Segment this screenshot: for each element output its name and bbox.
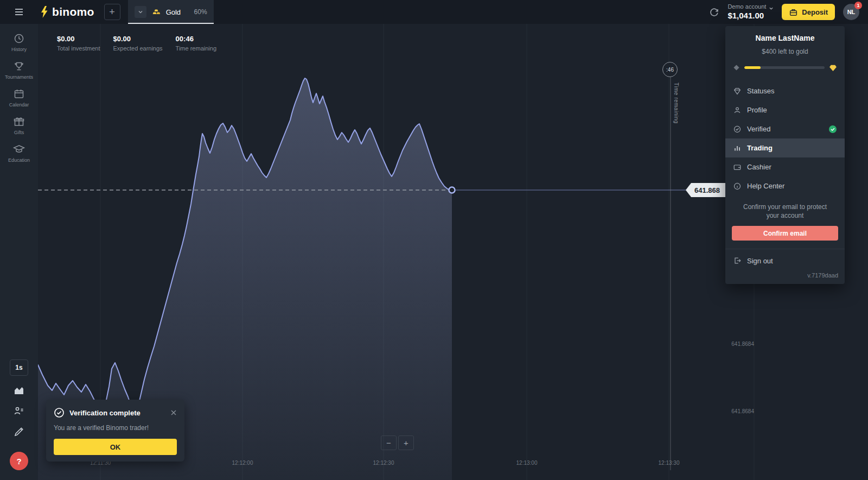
zoom-in-button[interactable]: + [398,435,414,450]
stat-label: Time remaining [176,45,216,52]
x-axis-label: 12:13:30 [659,460,680,466]
trade-stats: $0.00 Total investment $0.00 Expected ea… [57,35,216,52]
menu-item-label: Help Center [747,182,784,190]
stat-value: $0.00 [57,35,100,43]
x-axis-label: 12:13:00 [516,460,538,466]
y-axis-label: 641.8684 [729,341,754,347]
toast-title: Verification complete [69,409,165,417]
account-menu-list: Statuses Profile Verified [725,81,845,195]
time-remaining-axis-label: Time remaining [673,83,679,124]
drawing-button[interactable] [10,424,28,440]
expiry-timer-badge: :46 [662,62,678,77]
chart-type-button[interactable] [10,382,28,399]
account-type: Demo account [727,3,766,11]
sidebar-label: Tournaments [5,74,33,80]
verification-toast: Verification complete You are a verified… [46,400,184,462]
silver-gem-icon [733,64,740,71]
sidebar-item-education[interactable]: Education [8,143,30,163]
area-chart-icon [13,384,25,396]
verified-check-icon [828,125,837,134]
stat-total-investment: $0.00 Total investment [57,35,100,52]
calendar-icon [13,88,25,100]
stat-label: Total investment [57,45,100,52]
topbar: binomo + Gold 60% Demo account $1,041.00 [0,0,868,24]
account-menu-panel: Name LastName $400 left to gold Statuses [725,26,845,284]
check-circle-icon [54,407,65,418]
menu-item-verified[interactable]: Verified [725,119,845,138]
asset-payout: 60% [194,8,207,16]
menu-item-label: Verified [747,125,770,133]
deposit-label: Deposit [802,8,828,16]
sidebar-label: Education [8,157,30,163]
zoom-controls: − + [381,435,414,450]
confirm-email-button[interactable]: Confirm email [732,226,838,241]
gold-progress-note: $400 left to gold [725,48,845,55]
history-clock-icon [13,33,25,45]
sidebar-item-calendar[interactable]: Calendar [9,88,29,108]
sidebar-label: History [11,47,27,52]
stat-time-remaining: 00:46 Time remaining [176,35,216,52]
sidebar-label: Gifts [14,130,24,135]
close-icon[interactable] [170,409,177,416]
avatar-initials: NL [847,9,856,15]
chevron-down-icon [769,6,774,11]
trading-app: binomo + Gold 60% Demo account $1,041.00 [0,0,868,480]
menu-item-label: Statuses [747,87,775,95]
avatar[interactable]: NL 1 [843,4,859,20]
asset-tab-gold[interactable]: Gold 60% [128,0,214,24]
refresh-icon[interactable] [709,7,719,17]
briefcase-icon [789,8,798,17]
y-axis-label: 641.8684 [729,408,754,414]
menu-item-trading[interactable]: Trading [725,138,845,157]
stat-value: $0.00 [113,35,162,43]
add-asset-tab-button[interactable]: + [104,4,120,20]
zoom-out-button[interactable]: − [381,435,397,450]
indicators-button[interactable] [10,403,28,419]
tab-chevron-button[interactable] [135,6,146,18]
trading-bars-icon [733,144,742,153]
menu-item-label: Profile [747,106,767,114]
sidebar-item-gifts[interactable]: Gifts [13,116,25,135]
x-axis-label: 12:12:00 [232,460,253,466]
stat-expected-earnings: $0.00 Expected earnings [113,35,162,52]
sidebar-item-history[interactable]: History [11,33,27,52]
pencil-icon [13,426,25,438]
menu-item-help-center[interactable]: Help Center [725,176,845,195]
sign-out-label: Sign out [747,257,773,265]
menu-item-cashier[interactable]: Cashier [725,157,845,176]
timeframe-button[interactable]: 1s [10,359,28,376]
hamburger-icon [14,7,24,17]
menu-item-profile[interactable]: Profile [725,100,845,119]
logo-text: binomo [52,5,94,18]
toast-message: You are a verified Binomo trader! [54,424,177,432]
wallet-icon [733,163,742,172]
trophy-icon [13,60,25,72]
gold-gem-icon [829,64,837,72]
chart-tools: 1s ? [10,359,28,480]
account-balance: $1,041.00 [727,11,766,21]
current-price-tag: 641.868 [686,183,726,197]
info-icon [733,182,742,191]
account-switcher[interactable]: Demo account $1,041.00 [727,3,774,21]
menu-item-statuses[interactable]: Statuses [725,81,845,100]
deposit-button[interactable]: Deposit [782,4,835,20]
menu-item-label: Cashier [747,163,771,171]
status-progress [725,64,845,72]
bolt-icon [40,5,48,18]
sign-out-button[interactable]: Sign out [725,249,845,272]
notification-badge: 1 [854,2,862,9]
help-button[interactable]: ? [10,452,28,470]
gold-bar-icon [151,7,161,17]
sign-out-icon [733,256,742,265]
asset-name: Gold [166,8,189,16]
hamburger-menu-button[interactable] [0,7,38,17]
sidebar-item-tournaments[interactable]: Tournaments [5,60,33,80]
app-version: v.7179daad [725,272,845,284]
stat-label: Expected earnings [113,45,162,52]
sidebar: History Tournaments Calendar Gifts Educa… [0,24,38,480]
confirm-email-note: Confirm your email to protect your accou… [725,195,845,226]
binomo-logo: binomo [40,5,94,18]
gold-progress-fill [744,66,761,69]
toast-ok-button[interactable]: OK [54,439,177,455]
progress-track [744,66,825,69]
